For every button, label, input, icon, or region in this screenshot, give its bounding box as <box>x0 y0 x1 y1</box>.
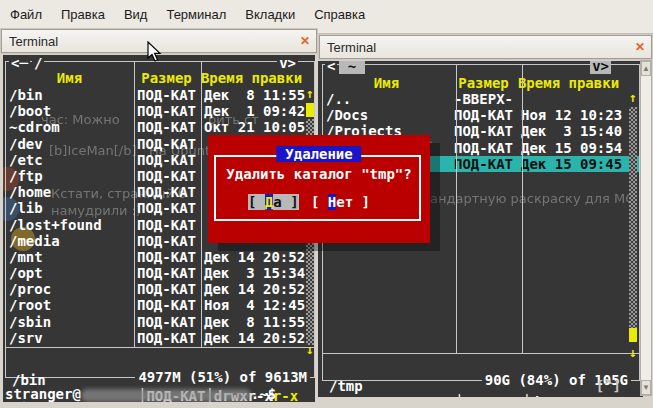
col-size: ПОД-КАТ <box>133 281 200 297</box>
col-name: /Docs <box>323 107 450 123</box>
close-icon[interactable]: ✕ <box>298 34 312 48</box>
file-row[interactable]: /srvПОД-КАТДек 14 20:52 <box>6 330 314 346</box>
panel-menu-corner[interactable]: v> <box>277 55 298 71</box>
file-row[interactable]: /..-ВВЕРХ- <box>323 91 639 107</box>
panel-history-back[interactable]: < <box>325 60 337 74</box>
col-name: /etc <box>6 152 133 168</box>
col-time <box>517 91 620 107</box>
col-size: ПОД-КАТ <box>133 330 200 346</box>
free-space-left: 4977M (51%) of 9613M <box>135 369 310 385</box>
scroll-up-icon[interactable]: ↑ <box>305 87 315 101</box>
column-headers: Имя Размер Время правки <box>6 70 314 86</box>
col-name: /ftp <box>6 168 133 184</box>
col-size: ПОД-КАТ <box>133 265 200 281</box>
menu-item[interactable]: Терминал <box>166 7 226 22</box>
mouse-cursor-icon <box>147 41 163 63</box>
col-name: /sbin <box>6 314 133 330</box>
col-size: ПОД-КАТ <box>133 184 200 200</box>
col-size: ПОД-КАТ <box>133 233 200 249</box>
col-time: Дек 3 15:40 <box>517 123 620 139</box>
col-size: ПОД-КАТ <box>133 87 200 103</box>
col-time: Дек 14 20:52 <box>200 249 303 265</box>
scroll-track[interactable] <box>629 107 637 328</box>
col-name: /.. <box>323 91 450 107</box>
column-header-name[interactable]: Имя <box>6 70 133 86</box>
file-row[interactable]: /mntПОД-КАТДек 14 20:52 <box>6 249 314 265</box>
col-name: /lib <box>6 200 133 216</box>
panel-menu-corner[interactable]: v> <box>590 60 611 74</box>
scroll-down-icon[interactable]: ↓ <box>305 343 315 357</box>
file-row[interactable]: /DocsПОД-КАТНоя 12 10:23 <box>323 107 639 123</box>
col-time: Дек 14 20:52 <box>200 281 303 297</box>
column-header-time[interactable]: Время правки <box>200 70 303 86</box>
col-time: Дек 15 09:54 <box>517 140 620 156</box>
panel-path[interactable]: ~ <box>339 60 365 74</box>
menu-item[interactable]: Файл <box>10 7 42 22</box>
menu-item[interactable]: Правка <box>61 7 105 22</box>
yes-button[interactable]: [ Да ] <box>248 194 299 210</box>
col-name: ~cdrom <box>6 119 133 135</box>
prompt-user: stranger@ <box>5 386 81 402</box>
col-name: /home <box>6 184 133 200</box>
dialog-title: Удаление <box>276 146 361 162</box>
panel-scrollbar[interactable]: ↑ ↓ <box>628 65 638 365</box>
scroll-thumb[interactable] <box>306 103 314 117</box>
ministatus-permissions: │ПОД-КАТ│drwxr-xr-x <box>455 394 615 397</box>
col-name: /bin <box>6 87 133 103</box>
col-name: /boot <box>6 103 133 119</box>
menu-bar: ФайлПравкаВидТерминалВкладкиСправка <box>0 0 653 28</box>
col-time: Ноя 12 10:23 <box>517 107 620 123</box>
column-header-size[interactable]: Размер <box>450 75 517 91</box>
delete-dialog: Удаление Удалить каталог "tmp"? [ Да ] [… <box>208 135 430 243</box>
screenshot-root: { "colors": { "close_button": "#e8641b",… <box>0 0 653 408</box>
scroll-down-icon[interactable]: ↓ <box>628 346 638 360</box>
window-scrollbar[interactable]: ▲ ▼ <box>640 60 652 396</box>
col-name: /srv <box>6 330 133 346</box>
column-headers: Имя Размер Время правки <box>323 75 639 91</box>
tabstrip-right: Terminal ✕ <box>318 34 653 60</box>
panel-history-back[interactable]: <─ <box>9 55 30 71</box>
no-button[interactable]: [ Нет ] <box>311 194 370 210</box>
col-time: Дек 1 09:42 <box>200 103 303 119</box>
col-name: /mnt <box>6 249 133 265</box>
column-divider <box>456 65 457 353</box>
col-name: /root <box>6 297 133 313</box>
file-row[interactable]: /sbinПОД-КАТДек 8 11:55 <box>6 314 314 330</box>
shell-prompt[interactable]: stranger@.~$ <box>5 386 276 402</box>
column-header-size[interactable]: Размер <box>133 70 200 86</box>
menu-item[interactable]: Вкладки <box>245 7 295 22</box>
scrollbar-down-icon[interactable]: ▼ <box>641 380 651 395</box>
column-header-time[interactable]: Время правки <box>517 75 620 91</box>
column-header-name[interactable]: Имя <box>323 75 450 91</box>
col-size: ПОД-КАТ <box>133 136 200 152</box>
panel-path[interactable]: / <box>32 55 44 71</box>
ministatus-divider <box>6 347 314 348</box>
ministatus-filename: /tmp <box>329 378 363 394</box>
ministatus-divider <box>323 353 639 354</box>
file-row[interactable]: /procПОД-КАТДек 14 20:52 <box>6 281 314 297</box>
col-time: Дек 8 11:55 <box>200 314 303 330</box>
file-row[interactable]: /bootПОД-КАТДек 1 09:42 <box>6 103 314 119</box>
file-row[interactable]: ~cdromПОД-КАТОкт 21 10:05 <box>6 119 314 135</box>
col-size: -ВВЕРХ- <box>450 91 517 107</box>
col-name: /dev <box>6 136 133 152</box>
prompt-suffix: .~$ <box>251 386 276 402</box>
col-name: /media <box>6 233 133 249</box>
file-row[interactable]: /optПОД-КАТДек 3 15:34 <box>6 265 314 281</box>
col-size: ПОД-КАТ <box>133 103 200 119</box>
scroll-thumb[interactable] <box>629 328 637 342</box>
file-row[interactable]: /binПОД-КАТДек 8 11:55 <box>6 87 314 103</box>
col-size: ПОД-КАТ <box>133 200 200 216</box>
file-row[interactable]: /rootПОД-КАТНоя 4 12:45 <box>6 297 314 313</box>
col-size: ПОД-КАТ <box>450 123 517 139</box>
col-size: ПОД-КАТ <box>133 119 200 135</box>
menu-item[interactable]: Вид <box>124 7 148 22</box>
terminal-corner-indicator: [^] <box>596 378 621 394</box>
col-size: ПОД-КАТ <box>133 314 200 330</box>
scroll-up-icon[interactable]: ↑ <box>628 91 638 105</box>
menu-item[interactable]: Справка <box>314 7 365 22</box>
scrollbar-up-icon[interactable]: ▲ <box>641 61 651 76</box>
close-icon[interactable]: ✕ <box>633 40 647 54</box>
col-size: ПОД-КАТ <box>450 140 517 156</box>
tab-terminal-right[interactable]: Terminal ✕ <box>319 35 652 59</box>
